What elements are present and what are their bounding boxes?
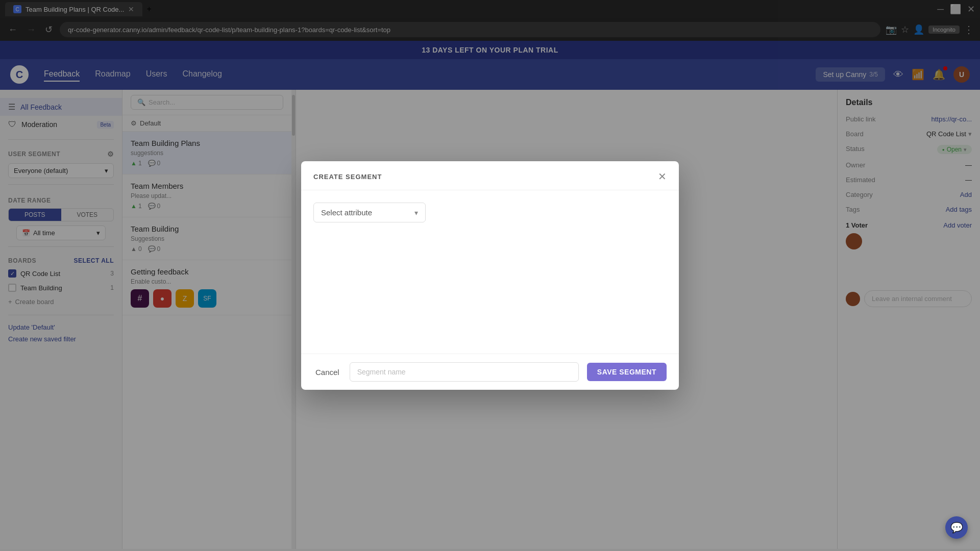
chat-bubble[interactable]: 💬 bbox=[945, 516, 968, 539]
select-attribute-dropdown[interactable]: Select attribute ▾ bbox=[313, 203, 426, 222]
create-segment-modal: CREATE SEGMENT ✕ Select attribute ▾ Canc… bbox=[301, 161, 679, 390]
modal-footer: Cancel SAVE SEGMENT bbox=[301, 354, 679, 390]
modal-header: CREATE SEGMENT ✕ bbox=[301, 161, 679, 190]
modal-body: Select attribute ▾ bbox=[301, 190, 679, 354]
attribute-chevron-icon: ▾ bbox=[414, 209, 418, 217]
save-segment-button[interactable]: SAVE SEGMENT bbox=[587, 363, 667, 381]
modal-overlay: CREATE SEGMENT ✕ Select attribute ▾ Canc… bbox=[0, 0, 980, 549]
segment-name-input[interactable] bbox=[350, 362, 579, 382]
cancel-button[interactable]: Cancel bbox=[313, 364, 341, 381]
modal-title: CREATE SEGMENT bbox=[313, 173, 382, 181]
modal-close-button[interactable]: ✕ bbox=[658, 171, 667, 182]
chat-icon: 💬 bbox=[950, 521, 963, 534]
select-attribute-label: Select attribute bbox=[321, 208, 372, 217]
